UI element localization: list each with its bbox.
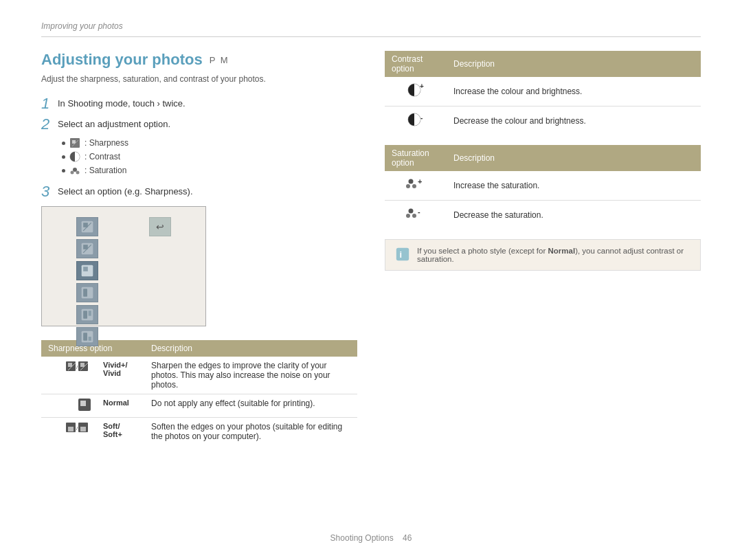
sharpness-label-1: Vivid+/Vivid: [96, 357, 144, 394]
svg-rect-18: [83, 311, 87, 319]
svg-rect-21: [83, 333, 87, 341]
svg-rect-49: [396, 248, 409, 260]
svg-point-45: [409, 209, 414, 214]
section-description: Adjust the sharpness, saturation, and co…: [41, 74, 357, 84]
sharpness-desc-2: Do not apply any effect (suitable for pr…: [144, 394, 357, 418]
contrast-icon: [69, 151, 80, 162]
svg-rect-24: [68, 363, 72, 367]
svg-text:+: +: [418, 177, 422, 186]
bullet-dot-2: [62, 155, 65, 159]
menu-icon-4: [80, 286, 94, 300]
list-item-saturation: : Saturation: [62, 165, 357, 176]
contrast-col1: Contrast option: [385, 51, 447, 77]
saturation-label: : Saturation: [85, 166, 126, 175]
contrast-desc-1: Increase the colour and brightness.: [447, 77, 701, 107]
menu-item-1: [76, 217, 98, 236]
vivid-icons: /: [66, 361, 91, 374]
contrast-table: Contrast option Description +: [385, 51, 701, 135]
saturation-desc-2: Decrease the saturation.: [447, 201, 701, 230]
step-2-number: 2: [41, 117, 54, 132]
sharpness-icon-cell-2: [41, 394, 96, 418]
content-layout: Adjusting your photos P M Adjust the sha…: [41, 51, 701, 456]
menu-icon-2: [80, 242, 94, 256]
svg-point-43: [412, 184, 416, 188]
svg-point-42: [406, 184, 410, 188]
menu-icon-1: [80, 220, 94, 234]
saturation-desc-1: Increase the saturation.: [447, 171, 701, 201]
camera-ui-mockup: ↩: [41, 206, 206, 326]
svg-point-46: [406, 214, 410, 218]
sharpness-icon: [69, 137, 80, 148]
svg-rect-14: [83, 267, 88, 271]
bullet-dot: [62, 142, 65, 145]
contrast-row-1: + Increase the colour and brightness.: [385, 77, 701, 107]
footer: Shooting Options 46: [0, 533, 742, 543]
saturation-col2: Description: [447, 145, 701, 171]
menu-icon-3: [80, 264, 94, 278]
right-column: Contrast option Description +: [385, 51, 701, 456]
svg-point-41: [409, 179, 414, 184]
contrast-minus-icon: -: [407, 111, 424, 128]
step-1-text: In Shooting mode, touch › twice.: [58, 96, 186, 109]
svg-text:-: -: [418, 208, 420, 216]
step-3-text: Select an option (e.g. Sharpness).: [58, 184, 193, 197]
breadcrumb: Improving your photos: [41, 21, 123, 31]
step-3-number: 3: [41, 184, 54, 199]
sharpness-row-1: / Vivid+/Vivid Sharpen the edges to impr…: [41, 357, 357, 394]
sharpness-label-2: Normal: [96, 394, 144, 418]
saturation-table: Saturation option Description +: [385, 145, 701, 229]
svg-rect-31: [80, 401, 86, 406]
adjustment-options-list: : Sharpness : Contrast : Saturation: [62, 137, 357, 176]
section-title: Adjusting your photos P M: [41, 51, 357, 69]
camera-back-button[interactable]: ↩: [149, 217, 171, 236]
contrast-icon-2: -: [385, 107, 447, 136]
saturation-row-1: + Increase the saturation.: [385, 171, 701, 201]
svg-rect-22: [89, 337, 91, 341]
svg-rect-33: [68, 427, 74, 432]
saturation-col1: Saturation option: [385, 145, 447, 171]
svg-text:/: /: [76, 364, 78, 370]
sharpness-desc-3: Soften the edges on your photos (suitabl…: [144, 418, 357, 446]
svg-rect-28: [80, 363, 85, 367]
svg-rect-36: [80, 427, 86, 432]
note-box: i If you select a photo style (except fo…: [385, 239, 701, 271]
footer-page-number: 46: [403, 533, 412, 543]
normal-icon: [78, 399, 91, 411]
menu-item-3: [76, 261, 98, 280]
camera-menu: [76, 217, 98, 346]
sharpness-icon-cell-1: /: [41, 357, 96, 394]
contrast-desc-2: Decrease the colour and brightness.: [447, 107, 701, 136]
contrast-row-2: - Decrease the colour and brightness.: [385, 107, 701, 136]
contrast-col2: Description: [447, 51, 701, 77]
list-item-sharpness: : Sharpness: [62, 137, 357, 148]
sharpness-label-3: Soft/Soft+: [96, 418, 144, 446]
contrast-plus-icon: +: [407, 82, 424, 98]
sharpness-table: Sharpness option Description /: [41, 340, 357, 445]
menu-item-2: [76, 239, 98, 258]
step-1: 1 In Shooting mode, touch › twice.: [41, 96, 357, 111]
left-column: Adjusting your photos P M Adjust the sha…: [41, 51, 357, 456]
sharpness-icon-cell-3: /: [41, 418, 96, 446]
header-section: Improving your photos: [41, 21, 701, 37]
svg-point-5: [71, 171, 74, 175]
svg-text:/: /: [76, 425, 78, 432]
sharpness-label: : Sharpness: [85, 138, 128, 148]
menu-icon-6: [80, 330, 94, 344]
page-container: Improving your photos Adjusting your pho…: [0, 0, 742, 560]
menu-item-5: [76, 305, 98, 324]
svg-point-6: [76, 171, 80, 175]
svg-text:i: i: [399, 249, 402, 260]
step-2: 2 Select an adjustment option.: [41, 117, 357, 132]
saturation-icon-2: -: [385, 201, 447, 230]
step-3: 3 Select an option (e.g. Sharpness).: [41, 184, 357, 199]
saturation-plus-icon: +: [406, 176, 425, 192]
svg-point-4: [73, 168, 77, 172]
footer-text: Shooting Options: [330, 533, 394, 543]
saturation-row-2: - Decrease the saturation.: [385, 201, 701, 230]
soft-icons: /: [66, 422, 91, 436]
sharpness-col2: Description: [144, 340, 357, 357]
menu-item-4: [76, 283, 98, 302]
list-item-contrast: : Contrast: [62, 151, 357, 162]
sharpness-row-2: Normal Do not apply any effect (suitable…: [41, 394, 357, 418]
step-2-text: Select an adjustment option.: [58, 117, 170, 129]
